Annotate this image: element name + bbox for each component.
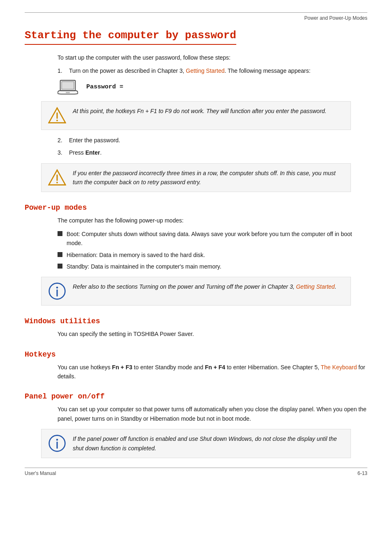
power-up-intro: The computer has the following power-up … [58, 216, 367, 225]
warning-box-1: At this point, the hotkeys Fn + F1 to F9… [41, 101, 351, 130]
info-box-panel-power: If the panel power off function is enabl… [41, 429, 351, 458]
keyboard-link[interactable]: The Keyboard [321, 364, 357, 371]
svg-point-13 [56, 439, 58, 440]
step-3-num: 3. [58, 148, 66, 157]
step-1: 1. Turn on the power as described in Cha… [58, 66, 367, 75]
step-1-num: 1. [58, 66, 66, 75]
bullet-icon-boot [58, 231, 62, 236]
bullet-item-standby: Standby: Data is maintained in the compu… [58, 262, 367, 271]
getting-started-link-1[interactable]: Getting Started [186, 67, 224, 74]
fn-f4-bold: Fn + F4 [205, 364, 225, 371]
page-title: Starting the computer by password [25, 29, 236, 45]
section-heading-windows-utilities: Windows utilities [25, 317, 367, 325]
laptop-icon [58, 79, 78, 95]
bullet-text-standby: Standby: Data is maintained in the compu… [67, 262, 221, 271]
footer-left: User's Manual [25, 470, 56, 476]
section-heading-power-up: Power-up modes [25, 204, 367, 212]
page-container: Power and Power-Up Modes Starting the co… [0, 0, 392, 489]
windows-utilities-body: You can specify the setting in TOSHIBA P… [58, 329, 367, 338]
section-heading-panel-power: Panel power on/off [25, 392, 367, 401]
svg-rect-2 [66, 92, 70, 93]
warning-icon-1 [48, 107, 66, 125]
info-box-power-up: Refer also to the sections Turning on th… [41, 277, 351, 306]
step-3: 3. Press Enter. [58, 148, 367, 157]
footer-right: 6-13 [357, 470, 367, 476]
bullet-icon-hibernation [58, 252, 62, 257]
step-2-text: Enter the password. [69, 136, 120, 145]
power-up-bullets: Boot: Computer shuts down without saving… [58, 229, 367, 271]
bullet-icon-standby [58, 264, 62, 269]
warning-icon-2 [48, 169, 66, 187]
bullet-item-hibernation: Hibernation: Data in memory is saved to … [58, 250, 367, 259]
warning-text-1: At this point, the hotkeys Fn + F1 to F9… [73, 107, 326, 116]
svg-point-8 [56, 182, 58, 183]
getting-started-link-2[interactable]: Getting Started [296, 283, 334, 290]
password-display: Password = [58, 79, 367, 95]
section-heading-hotkeys: Hotkeys [25, 350, 367, 359]
bullet-text-boot: Boot: Computer shuts down without saving… [67, 229, 367, 248]
svg-point-10 [56, 287, 58, 288]
svg-point-5 [56, 120, 58, 121]
step-3-text: Press Enter. [69, 148, 101, 157]
hotkeys-body: You can use hotkeys Fn + F3 to enter Sta… [58, 363, 367, 381]
panel-power-body: You can set up your computer so that pow… [58, 405, 367, 423]
page-footer: User's Manual 6-13 [25, 468, 367, 476]
page-header: Power and Power-Up Modes [25, 12, 367, 21]
warning-box-2: If you enter the password incorrectly th… [41, 163, 351, 192]
password-label: Password = [86, 83, 123, 90]
intro-text: To start up the computer with the user p… [58, 53, 367, 62]
info-icon-2 [48, 434, 66, 452]
info-text-panel-power: If the panel power off function is enabl… [73, 434, 344, 453]
header-section-label: Power and Power-Up Modes [304, 15, 367, 21]
fn-f3-bold: Fn + F3 [112, 364, 132, 371]
info-text-power-up: Refer also to the sections Turning on th… [73, 282, 337, 291]
step-2: 2. Enter the password. [58, 136, 367, 145]
enter-bold: Enter [85, 149, 100, 156]
svg-rect-1 [62, 81, 74, 89]
bullet-item-boot: Boot: Computer shuts down without saving… [58, 229, 367, 248]
info-icon-1 [48, 282, 66, 300]
step-1-text: Turn on the power as described in Chapte… [69, 66, 311, 75]
step-2-num: 2. [58, 136, 66, 145]
warning-text-2: If you enter the password incorrectly th… [73, 169, 344, 187]
bullet-text-hibernation: Hibernation: Data in memory is saved to … [67, 250, 205, 259]
